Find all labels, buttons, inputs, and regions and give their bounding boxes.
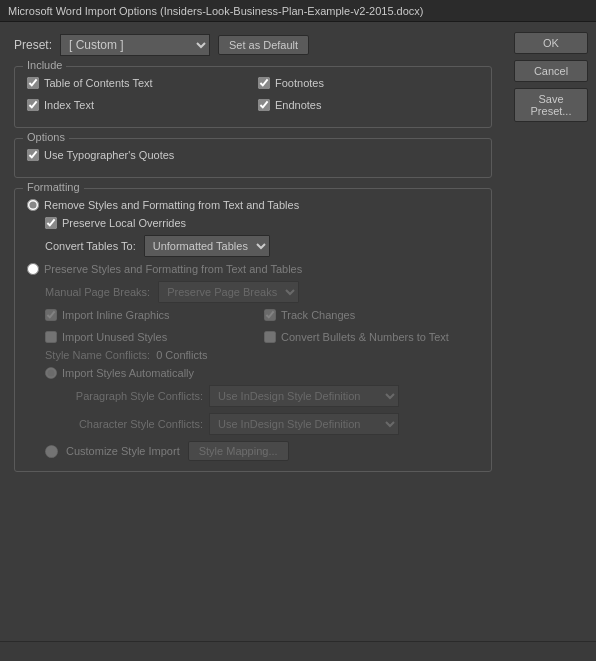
import-styles-auto-radio[interactable]	[45, 367, 57, 379]
index-text-row: Index Text	[27, 99, 248, 111]
formatting-legend: Formatting	[23, 181, 84, 193]
char-conflict-select[interactable]: Use InDesign Style Definition	[209, 413, 399, 435]
style-conflicts-label: Style Name Conflicts:	[45, 349, 150, 361]
import-unused-label: Import Unused Styles	[62, 331, 167, 343]
customize-row: Customize Style Import Style Mapping...	[45, 441, 479, 461]
sidebar-buttons: OK Cancel Save Preset...	[506, 22, 596, 641]
preserve-local-row: Preserve Local Overrides	[45, 217, 479, 229]
track-changes-label: Track Changes	[281, 309, 355, 321]
customize-style-radio[interactable]	[45, 445, 58, 458]
footnotes-row: Footnotes	[258, 77, 479, 89]
typographers-quotes-label: Use Typographer's Quotes	[44, 149, 174, 161]
endnotes-checkbox[interactable]	[258, 99, 270, 111]
typographers-quotes-checkbox[interactable]	[27, 149, 39, 161]
convert-bullets-row: Convert Bullets & Numbers to Text	[264, 331, 479, 343]
formatting-group: Formatting Remove Styles and Formatting …	[14, 188, 492, 472]
cancel-button[interactable]: Cancel	[514, 60, 588, 82]
preserve-section-indent: Manual Page Breaks: Preserve Page Breaks…	[45, 281, 479, 461]
style-conflicts-row: Style Name Conflicts: 0 Conflicts	[45, 349, 479, 361]
track-changes-row: Track Changes	[264, 309, 479, 321]
include-group: Include Table of Contents Text Footnotes…	[14, 66, 492, 128]
style-conflicts-value: 0 Conflicts	[156, 349, 207, 361]
options-group: Options Use Typographer's Quotes	[14, 138, 492, 178]
window-title: Microsoft Word Import Options (Insiders-…	[8, 5, 424, 17]
preset-select[interactable]: [ Custom ]	[60, 34, 210, 56]
import-inline-row: Import Inline Graphics	[45, 309, 260, 321]
preserve-styles-row: Preserve Styles and Formatting from Text…	[27, 263, 479, 275]
footnotes-checkbox[interactable]	[258, 77, 270, 89]
convert-tables-label: Convert Tables To:	[45, 240, 136, 252]
main-window: Microsoft Word Import Options (Insiders-…	[0, 0, 596, 661]
import-unused-checkbox[interactable]	[45, 331, 57, 343]
index-text-label: Index Text	[44, 99, 94, 111]
typographers-quotes-row: Use Typographer's Quotes	[27, 149, 479, 161]
remove-styles-radio[interactable]	[27, 199, 39, 211]
style-mapping-button[interactable]: Style Mapping...	[188, 441, 289, 461]
import-inline-checkbox[interactable]	[45, 309, 57, 321]
para-conflict-row: Paragraph Style Conflicts: Use InDesign …	[63, 385, 479, 407]
manual-page-breaks-row: Manual Page Breaks: Preserve Page Breaks	[45, 281, 479, 303]
index-text-checkbox[interactable]	[27, 99, 39, 111]
set-default-button[interactable]: Set as Default	[218, 35, 309, 55]
preserve-styles-label: Preserve Styles and Formatting from Text…	[44, 263, 302, 275]
ok-button[interactable]: OK	[514, 32, 588, 54]
import-unused-row: Import Unused Styles	[45, 331, 260, 343]
import-styles-auto-row: Import Styles Automatically	[45, 367, 479, 379]
footnotes-label: Footnotes	[275, 77, 324, 89]
toc-text-checkbox[interactable]	[27, 77, 39, 89]
track-changes-checkbox[interactable]	[264, 309, 276, 321]
bottom-bar	[0, 641, 596, 661]
options-legend: Options	[23, 131, 69, 143]
para-conflict-select[interactable]: Use InDesign Style Definition	[209, 385, 399, 407]
customize-style-label: Customize Style Import	[66, 445, 180, 457]
preset-row: Preset: [ Custom ] Set as Default	[14, 34, 492, 56]
manual-page-breaks-label: Manual Page Breaks:	[45, 286, 150, 298]
preserve-local-indent: Preserve Local Overrides Convert Tables …	[45, 217, 479, 257]
endnotes-row: Endnotes	[258, 99, 479, 111]
import-inline-label: Import Inline Graphics	[62, 309, 170, 321]
import-styles-auto-label: Import Styles Automatically	[62, 367, 194, 379]
convert-bullets-checkbox[interactable]	[264, 331, 276, 343]
main-panel: Preset: [ Custom ] Set as Default Includ…	[0, 22, 506, 641]
manual-page-breaks-select[interactable]: Preserve Page Breaks	[158, 281, 299, 303]
inline-track-row: Import Inline Graphics Track Changes Imp…	[45, 309, 479, 349]
char-conflict-label: Character Style Conflicts:	[63, 418, 203, 430]
preserve-styles-radio[interactable]	[27, 263, 39, 275]
remove-styles-row: Remove Styles and Formatting from Text a…	[27, 199, 479, 211]
preserve-local-label: Preserve Local Overrides	[62, 217, 186, 229]
preserve-local-checkbox[interactable]	[45, 217, 57, 229]
endnotes-label: Endnotes	[275, 99, 321, 111]
include-checkboxes: Table of Contents Text Footnotes Index T…	[27, 77, 479, 117]
convert-tables-select[interactable]: Unformatted Tables	[144, 235, 270, 257]
para-conflict-label: Paragraph Style Conflicts:	[63, 390, 203, 402]
convert-bullets-label: Convert Bullets & Numbers to Text	[281, 331, 449, 343]
toc-text-label: Table of Contents Text	[44, 77, 153, 89]
save-preset-button[interactable]: Save Preset...	[514, 88, 588, 122]
title-bar: Microsoft Word Import Options (Insiders-…	[0, 0, 596, 22]
preset-label: Preset:	[14, 38, 52, 52]
remove-styles-label: Remove Styles and Formatting from Text a…	[44, 199, 299, 211]
convert-tables-row: Convert Tables To: Unformatted Tables	[45, 235, 479, 257]
toc-text-row: Table of Contents Text	[27, 77, 248, 89]
include-legend: Include	[23, 59, 66, 71]
char-conflict-row: Character Style Conflicts: Use InDesign …	[63, 413, 479, 435]
